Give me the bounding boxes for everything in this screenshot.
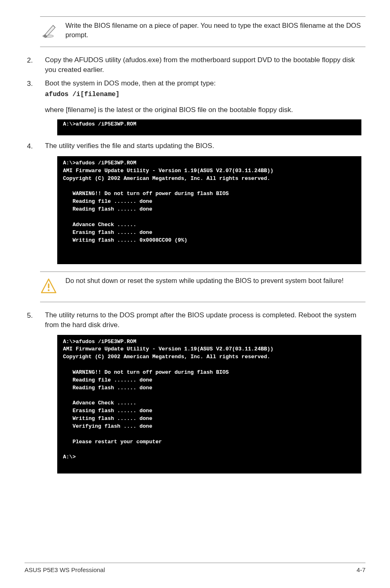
svg-point-2	[48, 290, 49, 291]
terminal-output-3: A:\>afudos /iP5E3WP.ROM AMI Firmware Upd…	[57, 335, 361, 474]
step-number: 3.	[25, 79, 45, 99]
warning-icon	[40, 276, 63, 298]
note-pencil: Write the BIOS filename on a piece of pa…	[40, 16, 365, 47]
pencil-icon	[40, 21, 63, 43]
step-body: Copy the AFUDOS utility (afudos.exe) fro…	[45, 55, 365, 75]
step3-sub: where [filename] is the latest or the or…	[45, 105, 365, 115]
step-text: The utility verifies the file and starts…	[45, 141, 365, 151]
note-warning: Do not shut down or reset the system whi…	[40, 272, 365, 302]
footer-page-number: 4-7	[356, 566, 365, 574]
step-body: Boot the system in DOS mode, then at the…	[45, 79, 365, 99]
terminal-output-1: A:\>afudos /iP5E3WP.ROM	[57, 119, 361, 135]
step-5: 5. The utility returns to the DOS prompt…	[25, 310, 365, 330]
step-4: 4. The utility verifies the file and sta…	[25, 141, 365, 151]
note-text: Write the BIOS filename on a piece of pa…	[63, 21, 361, 40]
code-line: afudos /i[filename]	[45, 90, 365, 99]
step-text: Boot the system in DOS mode, then at the…	[45, 79, 365, 88]
step-number: 4.	[25, 141, 45, 151]
terminal-output-2: A:\>afudos /iP5E3WP.ROM AMI Firmware Upd…	[57, 156, 361, 264]
footer-model: ASUS P5E3 WS Professional	[25, 566, 105, 574]
svg-rect-1	[48, 283, 49, 288]
page-footer: ASUS P5E3 WS Professional 4-7	[25, 563, 365, 574]
steps-2-3: 2. Copy the AFUDOS utility (afudos.exe) …	[25, 55, 365, 99]
step-text: The utility returns to the DOS prompt af…	[45, 310, 365, 330]
step-number: 5.	[25, 310, 45, 330]
step-number: 2.	[25, 55, 45, 75]
note-text: Do not shut down or reset the system whi…	[63, 276, 361, 285]
